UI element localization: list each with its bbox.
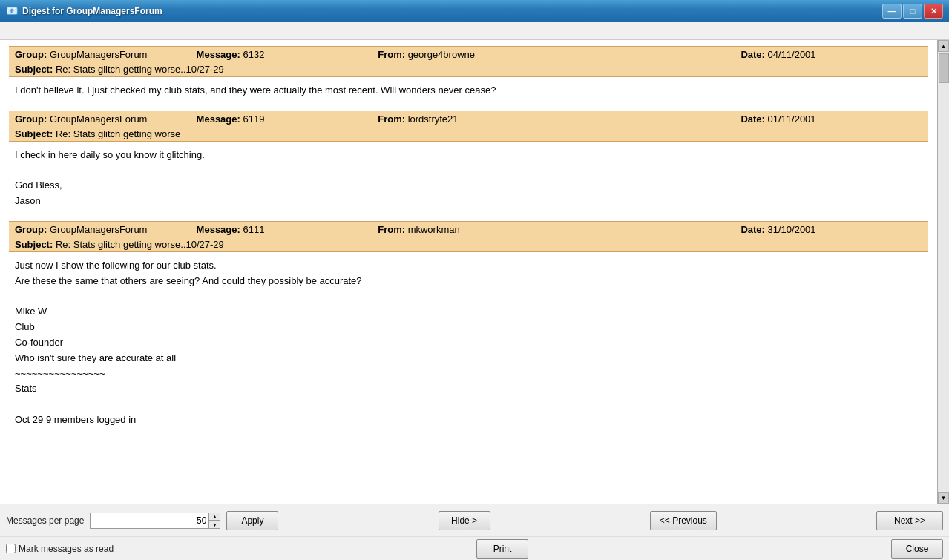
previous-button[interactable]: << Previous bbox=[650, 511, 717, 530]
from-field: From: lordstryfe21 bbox=[378, 113, 741, 125]
message-subject-row: Subject: Re: Stats glitch getting worse.… bbox=[9, 237, 928, 252]
next-button[interactable]: Next >> bbox=[876, 511, 943, 530]
group-field: Group: GroupManagersForum bbox=[15, 49, 197, 60]
content-area: Group: GroupManagersForum Message: 6132 … bbox=[0, 40, 937, 504]
message-field: Message: 6119 bbox=[197, 113, 378, 125]
scroll-up-button[interactable]: ▲ bbox=[938, 40, 949, 52]
subject-field: Subject: Re: Stats glitch getting worse.… bbox=[15, 239, 224, 250]
messages-per-page-wrap: ▲ ▼ bbox=[90, 513, 220, 529]
maximize-button[interactable]: □ bbox=[903, 4, 922, 19]
print-button[interactable]: Print bbox=[476, 539, 528, 559]
close-window-button[interactable]: ✕ bbox=[924, 4, 943, 19]
mark-messages-wrap: Mark messages as read bbox=[6, 544, 114, 554]
scroll-down-button[interactable]: ▼ bbox=[938, 492, 949, 504]
window-title: Digest for GroupManagersForum bbox=[22, 6, 878, 16]
scroll-track bbox=[938, 52, 949, 492]
bottom-bar-row1: Messages per page ▲ ▼ Apply Hide > << Pr… bbox=[0, 504, 949, 536]
message-header-row: Group: GroupManagersForum Message: 6119 … bbox=[9, 111, 928, 127]
bottom-bar-row2: Mark messages as read Print Close bbox=[0, 536, 949, 560]
messages-per-page-label: Messages per page bbox=[6, 515, 84, 526]
from-field: From: mkworkman bbox=[378, 224, 741, 235]
spin-buttons: ▲ ▼ bbox=[208, 513, 220, 529]
hide-button[interactable]: Hide > bbox=[439, 511, 490, 530]
mark-messages-checkbox[interactable] bbox=[6, 544, 16, 553]
group-field: Group: GroupManagersForum bbox=[15, 224, 197, 235]
date-field: Date: 31/10/2001 bbox=[741, 224, 922, 235]
spin-down-button[interactable]: ▼ bbox=[208, 521, 220, 529]
message-subject-row: Subject: Re: Stats glitch getting worse.… bbox=[9, 62, 928, 77]
app-icon: 📧 bbox=[6, 5, 18, 17]
mark-messages-label: Mark messages as read bbox=[19, 544, 114, 554]
group-field: Group: GroupManagersForum bbox=[15, 113, 197, 125]
message-body: I don't believe it. I just checked my cl… bbox=[9, 77, 928, 111]
scroll-thumb[interactable] bbox=[939, 53, 949, 83]
message-body: Just now I show the following for our cl… bbox=[9, 252, 928, 440]
message-field: Message: 6111 bbox=[197, 224, 378, 235]
messages-per-page-input[interactable] bbox=[90, 513, 208, 529]
close-button[interactable]: Close bbox=[891, 539, 943, 559]
spin-up-button[interactable]: ▲ bbox=[208, 513, 220, 521]
message-subject-row: Subject: Re: Stats glitch getting worse bbox=[9, 127, 928, 142]
minimize-button[interactable]: — bbox=[882, 4, 902, 19]
scrollbar[interactable]: ▲ ▼ bbox=[937, 40, 949, 504]
main-container: Group: GroupManagersForum Message: 6132 … bbox=[0, 40, 949, 504]
date-field: Date: 04/11/2001 bbox=[741, 49, 922, 60]
message-body: I check in here daily so you know it gli… bbox=[9, 142, 928, 221]
subject-field: Subject: Re: Stats glitch getting worse.… bbox=[15, 64, 224, 75]
from-field: From: george4browne bbox=[378, 49, 741, 60]
message-header-row: Group: GroupManagersForum Message: 6111 … bbox=[9, 221, 928, 237]
menu-bar bbox=[0, 22, 949, 40]
title-bar: 📧 Digest for GroupManagersForum — □ ✕ bbox=[0, 0, 949, 22]
bottom-section: Messages per page ▲ ▼ Apply Hide > << Pr… bbox=[0, 504, 949, 560]
apply-button[interactable]: Apply bbox=[226, 511, 278, 530]
subject-field: Subject: Re: Stats glitch getting worse bbox=[15, 128, 180, 139]
date-field: Date: 01/11/2001 bbox=[741, 113, 922, 125]
message-field: Message: 6132 bbox=[197, 49, 378, 60]
message-header-row: Group: GroupManagersForum Message: 6132 … bbox=[9, 46, 928, 62]
window-controls: — □ ✕ bbox=[882, 4, 943, 19]
